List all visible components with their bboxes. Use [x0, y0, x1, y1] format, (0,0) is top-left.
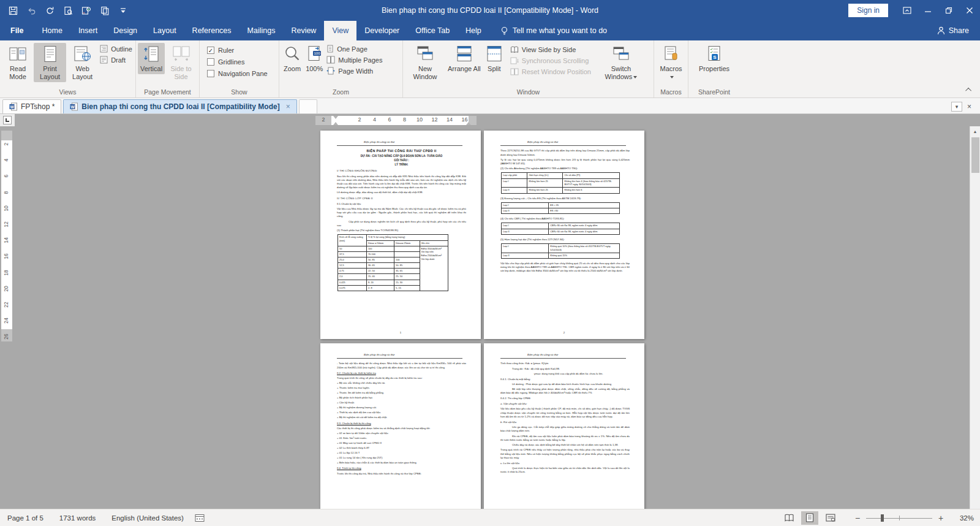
draft-button[interactable]: Draft [100, 56, 132, 64]
tab-view[interactable]: View [324, 21, 356, 40]
tab-references[interactable]: References [184, 21, 239, 40]
horizontal-ruler[interactable]: 2246810121416 [315, 116, 477, 125]
first-line-indent-marker[interactable] [333, 116, 338, 119]
approve-stamp-icon[interactable] [81, 5, 92, 16]
zoom-100-button[interactable]: 100 100% [303, 43, 325, 74]
new-window-button[interactable]: New Window [405, 43, 445, 82]
doc-block-b: + 01 Xitéc 5m³ tưới nước. [337, 436, 466, 440]
titlebar-controls: Sign in [848, 0, 980, 21]
close-tab-bar-icon[interactable]: × [967, 102, 971, 111]
redo-icon[interactable] [44, 5, 55, 16]
document-page-4[interactable]: Biện pháp thi công rải thửTính theo công… [484, 343, 644, 509]
document-page-3[interactable]: Biện pháp thi công rải thử- Toàn bộ vật … [320, 343, 481, 509]
tell-me-box[interactable]: Tell me what you want to do [500, 21, 607, 40]
outline-button[interactable]: Outline [100, 45, 132, 53]
sign-in-button[interactable]: Sign in [848, 4, 888, 17]
ruler-number: 26 [3, 332, 10, 341]
tab-mailings[interactable]: Mailings [239, 21, 284, 40]
ribbon-tab-bar: File Home Insert Design Layout Reference… [0, 21, 980, 40]
tab-list-dropdown-icon[interactable]: ▾ [951, 102, 962, 112]
zoom-out-button[interactable]: − [853, 513, 862, 523]
right-indent-marker[interactable] [466, 122, 471, 125]
tab-design[interactable]: Design [105, 21, 145, 40]
doc-block-b: + Thước kiểm tra mui luyện. [337, 386, 466, 390]
customize-qat-icon[interactable] [118, 5, 129, 16]
new-tab-stub[interactable] [299, 99, 317, 113]
print-layout-button[interactable]: Print Layout [34, 43, 66, 82]
zoom-percentage[interactable]: 32% [951, 514, 974, 522]
doc-block-b: + Thước 3m để kiểm tra độ bằng phẳng. [337, 391, 466, 395]
tab-review[interactable]: Review [283, 21, 324, 40]
doc-tab-bien-phap[interactable]: W Bien phap thi cong thu CPDD loai II [C… [63, 99, 296, 113]
document-canvas[interactable]: 2468101214161820222426 Biện pháp thi côn… [0, 126, 980, 509]
ribbon-display-options-icon[interactable] [897, 0, 918, 21]
vertical-ruler[interactable]: 2468101214161820222426 [1, 131, 12, 341]
read-mode-button[interactable]: Read Mode [2, 43, 34, 82]
tab-office-tab[interactable]: Office Tab [407, 21, 458, 40]
arrange-all-button[interactable]: Arrange All [445, 43, 483, 74]
doc-table-cell: Loại II [502, 188, 527, 193]
word-count[interactable]: 1731 words [59, 514, 96, 522]
tab-home[interactable]: Home [34, 21, 70, 40]
gridlines-checkbox[interactable]: Gridlines [207, 58, 268, 66]
web-layout-button[interactable]: Web Layout [66, 43, 99, 82]
close-button[interactable] [959, 0, 980, 21]
tab-layout[interactable]: Layout [145, 21, 184, 40]
page-indicator[interactable]: Page 1 of 5 [7, 514, 43, 522]
tab-help[interactable]: Help [458, 21, 489, 40]
document-page-1[interactable]: Biện pháp thi công rải thửBIỆN PHÁP THI … [320, 131, 481, 339]
ribbon-group-views: Read Mode Print Layout Web Layout [0, 40, 136, 97]
doc-tab-fptshop[interactable]: W FPTshop * [2, 99, 61, 113]
restore-button[interactable] [938, 0, 959, 21]
vertical-button[interactable]: Vertical [138, 43, 165, 74]
minimize-button[interactable] [918, 0, 938, 21]
web-layout-view-button[interactable] [822, 511, 839, 525]
multiple-pages-button[interactable]: Multiple Pages [326, 56, 382, 64]
doc-block-pi: Khi rải CPĐĐ, độ ẩm của vật liệu luôn ph… [500, 435, 630, 442]
ruler-number: 6 [386, 116, 393, 123]
doc-block-b: + 01 Máy san tự hành để san CPĐD II [337, 441, 466, 445]
switch-windows-button[interactable]: Switch Windows [601, 43, 641, 82]
undo-icon[interactable] [26, 5, 37, 16]
ribbon-group-label: Macros [654, 88, 688, 97]
hanging-indent-marker[interactable] [333, 122, 338, 125]
macros-button[interactable]: Macros [656, 43, 686, 82]
print-layout-view-button[interactable] [801, 511, 818, 525]
scroll-up-icon[interactable]: ▲ [970, 126, 980, 136]
read-mode-view-button[interactable] [780, 511, 797, 525]
zoom-slider-thumb[interactable] [881, 514, 884, 522]
save-icon[interactable] [7, 5, 18, 16]
page-width-button[interactable]: Page Width [326, 67, 382, 75]
ruler-corner [0, 114, 15, 126]
zoom-in-button[interactable]: + [936, 513, 946, 523]
language-indicator[interactable]: English (United States) [111, 514, 184, 522]
vertical-scrollbar[interactable]: ▲ [970, 126, 980, 509]
document-page-2[interactable]: Biện pháp thi công rải thửTheo 22TCN251-… [484, 131, 644, 339]
tab-insert[interactable]: Insert [70, 21, 105, 40]
view-side-by-side-button[interactable]: View Side by Side [510, 46, 591, 53]
ruler-checkbox[interactable]: ✓ Ruler [207, 47, 268, 54]
tab-file[interactable]: File [0, 21, 34, 40]
navigation-pane-checkbox[interactable]: Navigation Pane [207, 70, 268, 77]
scrollbar-thumb[interactable] [971, 137, 979, 173]
print-preview-icon[interactable] [62, 5, 74, 16]
doc-block-table: Loại ICBR≥ 80 với K= 98, ngâm nước 4 ngà… [501, 223, 620, 234]
properties-button[interactable]: S Properties [696, 43, 732, 74]
doc-table-cell: Không lớn hơn 4 (theo thông báo số 425/T… [563, 178, 620, 188]
close-tab-icon[interactable]: × [286, 102, 290, 111]
zoom-button[interactable]: Zoom [281, 43, 303, 74]
doc-block-pi: Cấp phối sử dụng được nghiền tới kích cỡ… [337, 220, 466, 227]
ruler-number: 8 [3, 188, 10, 197]
share-button[interactable]: Share [937, 21, 980, 40]
one-page-button[interactable]: One Page [326, 45, 382, 53]
doc-block-hdr: Biện pháp thi công rải thử [337, 140, 462, 146]
zoom-slider[interactable] [866, 514, 932, 522]
properties-icon: S [706, 44, 722, 64]
tab-developer[interactable]: Developer [356, 21, 407, 40]
split-button[interactable]: Split [483, 43, 505, 74]
collapse-ribbon-button[interactable] [964, 85, 974, 94]
copy-pages-icon[interactable] [99, 5, 110, 16]
person-icon [937, 26, 945, 35]
tab-stop-selector[interactable] [3, 116, 12, 124]
macro-record-icon[interactable] [195, 514, 205, 522]
